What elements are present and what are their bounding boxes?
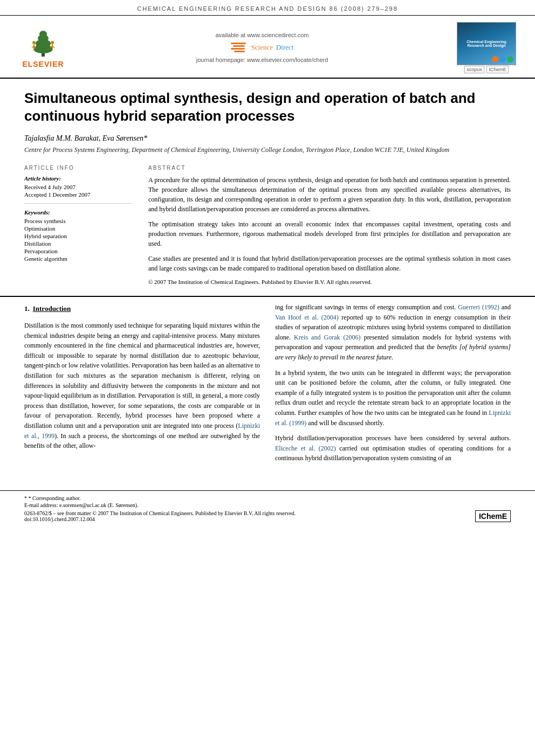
section1-heading: 1. Introduction [24, 302, 260, 317]
body-section: 1. Introduction Distillation is the most… [0, 296, 535, 480]
intro-para-right-1: ing for significant savings in terms of … [275, 302, 511, 363]
svg-point-5 [32, 41, 36, 44]
icheme-logo: IChemE [475, 510, 511, 522]
legal-line: 0263-8762/$ – see front matter © 2007 Th… [24, 510, 475, 516]
footer-legal-text: 0263-8762/$ – see front matter © 2007 Th… [24, 510, 475, 522]
article-title: Simultaneous optimal synthesis, design a… [24, 89, 511, 124]
keyword-distillation: Distillation [24, 240, 132, 247]
abstract-label: ABSTRACT [148, 165, 511, 171]
journal-cover-title: Chemical Engineering Research and Design [457, 39, 516, 48]
sciencedirect-logo: ScienceDirect [231, 43, 294, 52]
authors: Tajalasfia M.M. Barakat, Eva Sørensen* [24, 134, 511, 143]
journal-cover-container: Chemical Engineering Research and Design… [454, 22, 519, 72]
article-info-column: ARTICLE INFO Article history: Received 4… [24, 165, 132, 285]
keyword-pervaporation: Pervaporation [24, 248, 132, 254]
ref-guerreri-1992[interactable]: Guerreri (1992) [458, 303, 499, 311]
ref-lipnizki-1999[interactable]: Lipnizki et al., 1999 [24, 422, 260, 440]
body-left-col: 1. Introduction Distillation is the most… [24, 302, 260, 469]
abstract-para-3: Case studies are presented and it is fou… [148, 254, 511, 273]
sd-wave-icon [231, 43, 246, 52]
divider [24, 203, 132, 204]
keyword-genetic-algorithm: Genetic algorithm [24, 255, 132, 262]
keyword-process-synthesis: Process synthesis [24, 218, 132, 224]
footer-section: * * Corresponding author. E-mail address… [0, 490, 535, 528]
accepted-date: Accepted 1 December 2007 [24, 191, 132, 198]
body-two-col: 1. Introduction Distillation is the most… [24, 302, 511, 469]
intro-para-right-2: In a hybrid system, the two units can be… [275, 368, 511, 428]
sd-direct-text: Direct [276, 43, 293, 52]
ref-eliceche-2002[interactable]: Eliceche et al. (2002) [275, 445, 336, 452]
intro-para-right-3: Hybrid distillation/pervaporation proces… [275, 433, 511, 463]
ref-kreis-gorak-2006[interactable]: Kreis and Gorak (2006) [294, 334, 361, 341]
keywords-label: Keywords: [24, 209, 132, 216]
abstract-column: ABSTRACT A procedure for the optimal det… [148, 165, 511, 285]
footer-bottom: 0263-8762/$ – see front matter © 2007 Th… [24, 510, 511, 522]
ref-lipnizki-1999b[interactable]: Lipnizki et al. (1999) [275, 409, 511, 427]
affiliation: Centre for Process Systems Engineering, … [24, 146, 511, 154]
ref-vanhoof-2004[interactable]: Van Hoof et al. (2004) [275, 314, 339, 321]
intro-para-left: Distillation is the most commonly used t… [24, 321, 260, 451]
article-info-label: ARTICLE INFO [24, 165, 132, 171]
email-note: E-mail address: e.sorensen@ucl.ac.uk (E.… [24, 502, 511, 508]
body-right-col: ing for significant savings in terms of … [275, 302, 511, 469]
abstract-para-1: A procedure for the optimal determinatio… [148, 175, 511, 214]
corresponding-author-note: * * Corresponding author. [24, 495, 511, 501]
section1-title: Introduction [33, 304, 71, 313]
journal-homepage-text: journal homepage: www.elsevier.com/locat… [196, 57, 328, 63]
header-section: ELSEVIER available at www.sciencedirect.… [0, 16, 535, 79]
section1-number: 1. [24, 304, 30, 313]
svg-point-9 [51, 41, 54, 44]
copyright-text: © 2007 The Institution of Chemical Engin… [148, 279, 511, 285]
keyword-hybrid-separation: Hybrid separation [24, 233, 132, 239]
article-content: Simultaneous optimal synthesis, design a… [0, 79, 535, 296]
cover-badges: scopus IChemE [464, 67, 509, 72]
received-date: Received 4 July 2007 [24, 184, 132, 190]
elsevier-tree-icon [24, 26, 62, 59]
sd-science-text: Science [251, 43, 273, 52]
article-info-abstract: ARTICLE INFO Article history: Received 4… [24, 165, 511, 285]
keyword-optimisation: Optimisation [24, 225, 132, 232]
elsevier-label: ELSEVIER [22, 60, 64, 68]
history-label: Article history: [24, 175, 132, 182]
elsevier-logo: ELSEVIER [16, 26, 70, 68]
journal-bar-text: CHEMICAL ENGINEERING RESEARCH AND DESIGN… [137, 5, 398, 12]
svg-point-4 [39, 31, 47, 37]
cover-circles-decoration [492, 56, 513, 63]
abstract-para-2: The optimisation strategy takes into acc… [148, 219, 511, 248]
page: CHEMICAL ENGINEERING RESEARCH AND DESIGN… [0, 0, 535, 756]
doi-line: doi:10.1016/j.cherd.2007.12.004 [24, 516, 475, 522]
header-center: available at www.sciencedirect.com Scien… [196, 32, 328, 63]
corresponding-author-text: * Corresponding author. [29, 495, 81, 501]
journal-bar: CHEMICAL ENGINEERING RESEARCH AND DESIGN… [0, 0, 535, 16]
journal-cover-image: Chemical Engineering Research and Design [457, 22, 516, 65]
available-text: available at www.sciencedirect.com [215, 32, 308, 38]
